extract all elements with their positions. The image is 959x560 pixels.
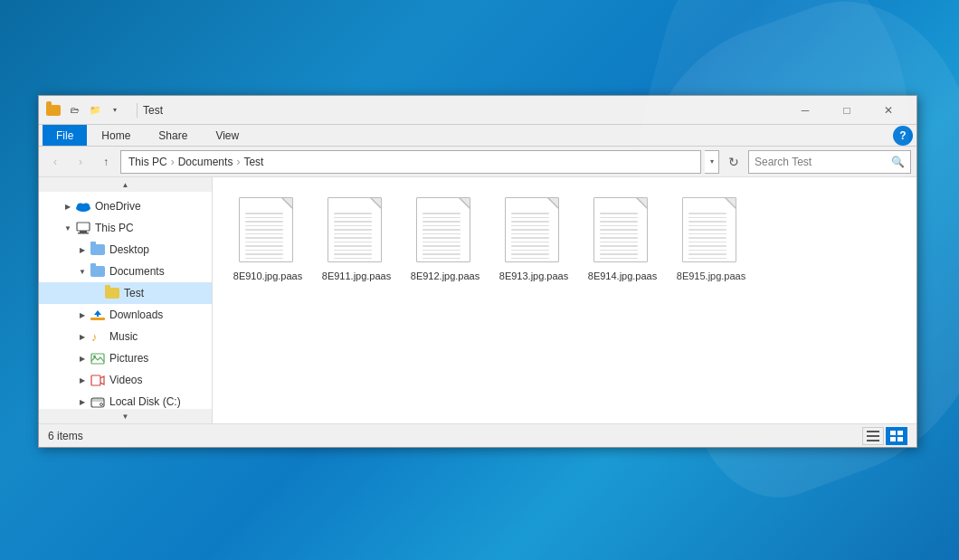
sidebar-item-test[interactable]: ▶ Test: [39, 282, 212, 304]
file-item-6[interactable]: 8E915.jpg.paas: [670, 192, 752, 409]
expand-pictures[interactable]: ▶: [75, 351, 90, 365]
file-name-2: 8E911.jpg.paas: [322, 270, 391, 282]
file-name-3: 8E912.jpg.paas: [411, 270, 480, 282]
folder-icon-small: [46, 105, 61, 116]
breadcrumb-this-pc[interactable]: This PC: [128, 156, 167, 168]
sidebar-scroll-down[interactable]: ▼: [39, 409, 212, 423]
file-item-2[interactable]: 8E911.jpg.paas: [316, 192, 397, 409]
file-name-1: 8E910.jpg.paas: [233, 270, 302, 282]
file-area: 8E910.jpg.paas 8E911.jpg.: [213, 177, 916, 423]
minimize-button[interactable]: ─: [784, 96, 826, 125]
sidebar-item-videos[interactable]: ▶ Videos: [39, 369, 212, 391]
sidebar-item-pictures[interactable]: ▶ Pictures: [39, 347, 212, 369]
help-button[interactable]: ?: [893, 126, 913, 146]
sidebar-item-this-pc[interactable]: ▼ This PC: [39, 217, 212, 239]
sidebar-item-music[interactable]: ▶ ♪ Music: [39, 326, 212, 347]
search-box[interactable]: 🔍: [748, 150, 911, 174]
maximize-button[interactable]: □: [826, 96, 868, 125]
sidebar-label-local-disk: Local Disk (C:): [109, 395, 181, 408]
view-grid-button[interactable]: [886, 427, 907, 445]
expand-music[interactable]: ▶: [75, 329, 90, 344]
file-thumbnail-4: [505, 197, 563, 266]
doc-icon-2: [328, 197, 382, 262]
quick-access-btn-1[interactable]: 🗁: [66, 101, 84, 119]
svg-rect-11: [91, 375, 100, 385]
disk-icon: [90, 394, 106, 409]
sidebar-item-desktop[interactable]: ▶ Desktop: [39, 239, 212, 261]
svg-rect-18: [890, 431, 896, 435]
sidebar-label-this-pc: This PC: [95, 222, 134, 234]
refresh-button[interactable]: ↻: [723, 151, 745, 173]
pc-icon: [75, 221, 91, 235]
svg-rect-19: [897, 431, 903, 435]
main-content: ▲ ▶ OneDrive ▼ This PC: [39, 177, 916, 423]
window-icon: [46, 103, 61, 118]
expand-downloads[interactable]: ▶: [75, 308, 90, 322]
expand-videos[interactable]: ▶: [75, 373, 90, 387]
expand-local-disk[interactable]: ▶: [75, 394, 90, 409]
sidebar-label-music: Music: [109, 330, 138, 343]
sidebar-item-downloads[interactable]: ▶ Downloads: [39, 304, 212, 326]
search-input[interactable]: [755, 156, 891, 168]
sidebar-label-downloads: Downloads: [109, 308, 163, 321]
svg-rect-20: [890, 437, 896, 441]
documents-folder-icon: [90, 264, 106, 279]
downloads-icon: [90, 308, 106, 322]
file-thumbnail-6: [682, 197, 740, 266]
view-list-button[interactable]: [862, 427, 884, 445]
sidebar-item-documents[interactable]: ▼ Documents: [39, 261, 212, 282]
expand-documents[interactable]: ▼: [75, 264, 90, 279]
sidebar: ▲ ▶ OneDrive ▼ This PC: [39, 177, 213, 423]
svg-point-14: [100, 403, 103, 406]
status-bar: 6 items: [39, 423, 916, 447]
sidebar-item-onedrive[interactable]: ▶ OneDrive: [39, 195, 212, 217]
svg-rect-5: [78, 233, 89, 234]
doc-icon-4: [505, 197, 559, 262]
forward-button[interactable]: ›: [70, 151, 91, 173]
doc-icon-6: [682, 197, 736, 262]
doc-icon-3: [416, 197, 470, 262]
address-dropdown-arrow[interactable]: ▾: [705, 150, 719, 174]
tab-share[interactable]: Share: [145, 125, 201, 146]
file-grid: 8E910.jpg.paas 8E911.jpg.: [213, 177, 916, 423]
up-button[interactable]: ↑: [95, 151, 117, 173]
svg-rect-13: [91, 398, 104, 402]
file-name-6: 8E915.jpg.paas: [677, 270, 745, 282]
expand-desktop[interactable]: ▶: [75, 242, 90, 257]
back-button[interactable]: ‹: [44, 151, 66, 173]
sidebar-label-test: Test: [124, 287, 144, 299]
ribbon: File Home Share View ?: [39, 125, 916, 147]
sidebar-label-onedrive: OneDrive: [95, 200, 141, 213]
file-item-3[interactable]: 8E912.jpg.paas: [404, 192, 486, 409]
ribbon-tabs: File Home Share View ?: [39, 125, 916, 147]
svg-rect-17: [867, 440, 879, 441]
quick-access-btn-2[interactable]: 📁: [86, 101, 104, 119]
file-name-5: 8E914.jpg.paas: [588, 270, 657, 282]
file-item-1[interactable]: 8E910.jpg.paas: [227, 192, 309, 409]
quick-access-toolbar: 🗁 📁 ▾: [66, 101, 124, 119]
sidebar-label-pictures: Pictures: [109, 352, 148, 365]
doc-icon-1: [239, 197, 293, 262]
file-thumbnail-3: [416, 197, 474, 266]
svg-rect-21: [897, 437, 903, 441]
svg-rect-15: [867, 431, 879, 432]
file-item-5[interactable]: 8E914.jpg.paas: [582, 192, 663, 409]
quick-access-dropdown[interactable]: ▾: [106, 101, 124, 119]
tab-file[interactable]: File: [43, 125, 87, 146]
breadcrumb-sep-1: ›: [171, 156, 175, 168]
search-icon[interactable]: 🔍: [891, 156, 905, 168]
close-button[interactable]: ✕: [868, 96, 909, 125]
item-count: 6 items: [48, 430, 862, 442]
expand-onedrive[interactable]: ▶: [61, 199, 75, 214]
sidebar-scroll-up[interactable]: ▲: [39, 177, 212, 192]
svg-rect-6: [90, 318, 105, 320]
file-item-4[interactable]: 8E913.jpg.paas: [493, 192, 574, 409]
cloud-icon: [75, 199, 91, 214]
test-folder-icon: [104, 286, 120, 300]
expand-this-pc[interactable]: ▼: [61, 221, 75, 235]
tab-home[interactable]: Home: [88, 125, 144, 146]
tab-view[interactable]: View: [202, 125, 252, 146]
breadcrumb-bar[interactable]: This PC › Documents › Test: [120, 150, 701, 174]
breadcrumb-documents[interactable]: Documents: [178, 156, 233, 168]
file-thumbnail-2: [328, 197, 385, 266]
